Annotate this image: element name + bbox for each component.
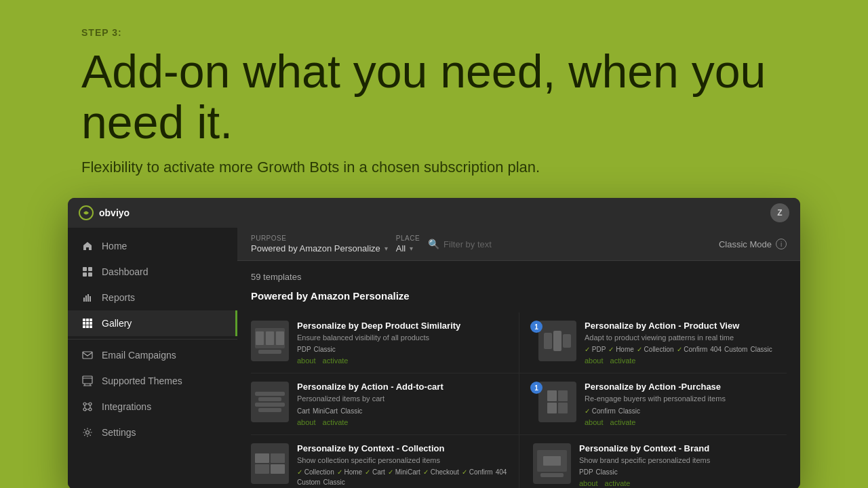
svg-rect-10 xyxy=(86,319,89,321)
activate-link-4[interactable]: activate xyxy=(610,418,636,426)
user-avatar[interactable]: Z xyxy=(770,203,789,222)
about-link-3[interactable]: about xyxy=(297,418,316,426)
template-name-3: Personalize by Action - Add-to-cart xyxy=(297,382,508,392)
template-tags-3: Cart MiniCart Classic xyxy=(297,407,508,415)
template-desc-5: Show collection specific personalized it… xyxy=(297,455,508,465)
svg-rect-18 xyxy=(83,352,92,359)
tag: Classic xyxy=(314,346,336,353)
svg-point-27 xyxy=(89,408,92,411)
svg-point-32 xyxy=(86,431,90,434)
template-thumbnail-5 xyxy=(251,443,289,484)
template-info-6: Personalize by Context - Brand Show bran… xyxy=(579,443,776,487)
template-card-6: Personalize by Context - Brand Show bran… xyxy=(519,435,787,488)
tag: 404 xyxy=(710,346,722,353)
purpose-select[interactable]: Powered by Amazon Personalize ▾ xyxy=(251,243,388,253)
template-card-2: 1 Personalize by Action - xyxy=(519,312,787,373)
sub-heading: Flexibility to activate more Growth Bots… xyxy=(81,159,787,176)
place-filter-group: Place All ▾ xyxy=(396,235,420,253)
sidebar-item-dashboard[interactable]: Dashboard xyxy=(68,259,237,285)
purpose-value: Powered by Amazon Personalize xyxy=(251,243,380,253)
tag: Cart xyxy=(365,468,385,476)
tag: 404 xyxy=(496,468,507,476)
svg-rect-6 xyxy=(85,296,87,302)
sidebar-item-gallery[interactable]: Gallery xyxy=(68,310,237,336)
svg-rect-12 xyxy=(83,322,85,325)
template-desc-2: Adapt to product viewing patterns in rea… xyxy=(585,333,776,342)
classic-mode-toggle[interactable]: Classic Mode i xyxy=(719,239,787,249)
about-link-4[interactable]: about xyxy=(585,418,604,426)
svg-rect-9 xyxy=(83,319,85,321)
section-title: Powered by Amazon Personalize xyxy=(251,290,787,302)
app-window: obviyo Z Home xyxy=(68,198,800,488)
tag: Cart xyxy=(297,407,310,415)
sidebar-item-supported-themes[interactable]: Supported Themes xyxy=(68,368,237,394)
search-box[interactable]: 🔍 Filter by text xyxy=(428,239,711,249)
email-icon xyxy=(81,349,94,361)
svg-rect-14 xyxy=(90,322,92,325)
window-header: obviyo Z xyxy=(68,198,800,228)
search-placeholder: Filter by text xyxy=(443,239,492,249)
template-name-1: Personalize by Deep Product Similarity xyxy=(297,321,508,331)
tag: Custom xyxy=(297,479,320,486)
sidebar-label-themes: Supported Themes xyxy=(102,375,182,386)
template-info-2: Personalize by Action - Product View Ada… xyxy=(585,321,776,365)
place-select[interactable]: All ▾ xyxy=(396,243,420,253)
template-desc-3: Personalized items by cart xyxy=(297,394,508,403)
sidebar-item-email-campaigns[interactable]: Email Campaigns xyxy=(68,342,237,368)
template-desc-4: Re-engage buyers with personalized items xyxy=(585,394,776,403)
activate-link-6[interactable]: activate xyxy=(605,479,631,487)
home-icon xyxy=(81,240,94,252)
about-link-2[interactable]: about xyxy=(585,357,604,365)
activate-link-2[interactable]: activate xyxy=(610,357,636,365)
sidebar-divider xyxy=(68,339,237,340)
template-actions-2: about activate xyxy=(585,357,776,365)
sidebar-label-dashboard: Dashboard xyxy=(102,266,149,277)
template-actions-6: about activate xyxy=(579,479,776,487)
svg-point-24 xyxy=(83,403,86,405)
template-tags-1: PDP Classic xyxy=(297,346,508,353)
tag: PDP xyxy=(579,468,593,476)
template-thumbnail-6 xyxy=(533,443,571,484)
sidebar-label-gallery: Gallery xyxy=(102,318,132,329)
svg-rect-3 xyxy=(83,272,87,277)
sidebar-item-integrations[interactable]: Integrations xyxy=(68,394,237,420)
about-link-1[interactable]: about xyxy=(297,357,316,365)
logo-icon xyxy=(79,205,94,220)
template-thumbnail-1 xyxy=(251,321,289,361)
purpose-chevron-icon: ▾ xyxy=(384,245,388,252)
place-label: Place xyxy=(396,235,420,242)
activate-link-3[interactable]: activate xyxy=(323,418,349,426)
tag: MiniCart xyxy=(388,468,420,476)
classic-mode-label: Classic Mode xyxy=(719,239,772,249)
template-info-5: Personalize by Context - Collection Show… xyxy=(297,443,508,488)
tag: Collection xyxy=(637,346,674,353)
activate-link-1[interactable]: activate xyxy=(323,357,349,365)
sidebar-item-settings[interactable]: Settings xyxy=(68,420,237,445)
svg-rect-8 xyxy=(90,296,91,302)
tag: Confirm xyxy=(585,407,616,415)
svg-rect-16 xyxy=(86,325,89,328)
themes-icon xyxy=(81,375,94,387)
main-heading: Add-on what you need, when you need it. xyxy=(81,46,787,148)
template-desc-1: Ensure balanced visibility of all produc… xyxy=(297,333,508,342)
sidebar-item-reports[interactable]: Reports xyxy=(68,285,237,310)
content-area: Purpose Powered by Amazon Personalize ▾ … xyxy=(237,228,800,488)
template-desc-6: Show brand specific personalized items xyxy=(579,455,776,465)
template-tags-4: Confirm Classic xyxy=(585,407,776,415)
templates-area: 59 templates Powered by Amazon Personali… xyxy=(237,261,800,488)
sidebar-label-email: Email Campaigns xyxy=(102,350,176,361)
place-chevron-icon: ▾ xyxy=(410,245,413,252)
about-link-6[interactable]: about xyxy=(579,479,598,487)
tag: Custom xyxy=(724,346,747,353)
sidebar-item-home[interactable]: Home xyxy=(68,233,237,259)
svg-point-26 xyxy=(83,408,86,411)
svg-rect-1 xyxy=(83,267,87,271)
gallery-icon xyxy=(81,317,94,329)
tag: Classic xyxy=(750,346,772,353)
logo-text: obviyo xyxy=(99,207,130,218)
template-name-5: Personalize by Context - Collection xyxy=(297,443,508,453)
svg-rect-7 xyxy=(87,294,89,302)
template-tags-2: PDP Home Collection Confirm 404 Custom C… xyxy=(585,346,776,353)
hero-section: STEP 3: Add-on what you need, when you n… xyxy=(0,0,868,209)
tag: Classic xyxy=(323,479,344,486)
